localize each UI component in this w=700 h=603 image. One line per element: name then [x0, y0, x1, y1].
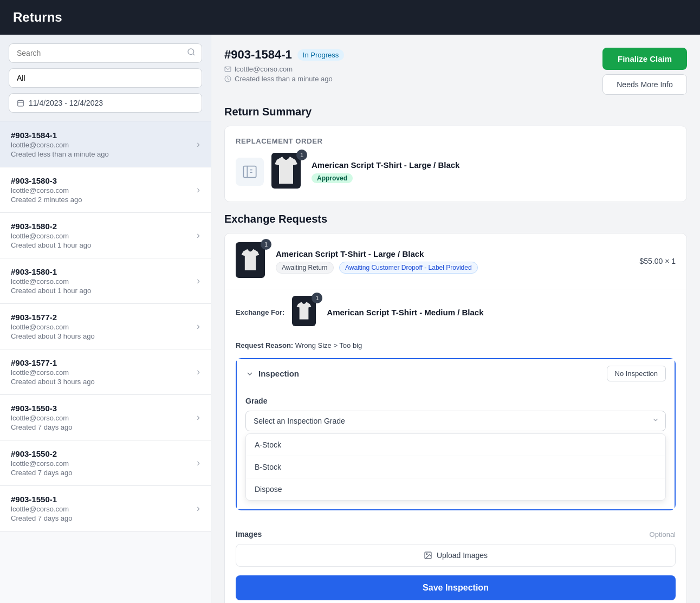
inspection-body: Grade Select an Inspection Grade A-Stock… — [237, 388, 675, 509]
return-summary-title: Return Summary — [224, 106, 687, 118]
upload-images-label: Upload Images — [437, 551, 488, 560]
inspection-section: Inspection No Inspection Grade Select an… — [236, 358, 676, 510]
product-image — [271, 153, 301, 189]
sidebar-filters: All 11/4/2023 - 12/4/2023 — [0, 35, 211, 122]
exchange-quantity-badge: 1 — [261, 239, 271, 250]
main-content: #903-1584-1 In Progress lcottle@corso.co… — [211, 35, 700, 603]
date-range-filter[interactable]: 11/4/2023 - 12/4/2023 — [9, 93, 202, 113]
search-box — [9, 43, 202, 63]
date-range-value: 11/4/2023 - 12/4/2023 — [29, 99, 103, 107]
grade-option-dispose[interactable]: Dispose — [246, 478, 665, 500]
clock-icon — [224, 75, 231, 82]
list-item[interactable]: #903-1580-2 lcottle@corso.com Created ab… — [0, 213, 211, 258]
awaiting-dropoff-tag: Awaiting Customer Dropoff - Label Provid… — [339, 262, 478, 274]
grade-dropdown: A-Stock B-Stock Dispose — [245, 433, 666, 501]
chevron-down-icon — [245, 369, 254, 378]
list-item[interactable]: #903-1550-2 lcottle@corso.com Created 7 … — [0, 440, 211, 486]
chevron-right-icon: › — [197, 139, 200, 150]
app-header: Returns — [0, 0, 700, 35]
needs-more-info-button[interactable]: Needs More Info — [602, 74, 687, 95]
quantity-badge: 1 — [296, 150, 307, 160]
approved-badge: Approved — [312, 173, 353, 183]
grade-label: Grade — [245, 397, 666, 405]
save-inspection-button[interactable]: Save Inspection — [236, 575, 676, 600]
images-section: Images Optional Upload Images — [225, 521, 686, 575]
exchange-item-header: 1 American Script T-Shirt - Large / Blac… — [225, 234, 686, 289]
grade-option-astock[interactable]: A-Stock — [246, 434, 665, 456]
request-reason-row: Request Reason: Wrong Size > Too big — [225, 337, 686, 358]
svg-rect-7 — [243, 166, 256, 178]
claim-actions: Finalize Claim Needs More Info — [602, 48, 687, 95]
images-optional: Optional — [650, 530, 676, 539]
svg-rect-1 — [18, 100, 24, 106]
chevron-right-icon: › — [197, 503, 200, 514]
order-icon — [236, 158, 264, 186]
chevron-right-icon: › — [197, 230, 200, 241]
replacement-product-name: American Script T-Shirt - Large / Black — [312, 160, 459, 170]
request-reason-label: Request Reason: — [236, 341, 293, 349]
main-layout: All 11/4/2023 - 12/4/2023 #903-1584-1 lc… — [0, 35, 700, 603]
grade-select[interactable]: Select an Inspection Grade A-Stock B-Sto… — [245, 411, 666, 431]
app-title: Returns — [13, 10, 62, 25]
list-item[interactable]: #903-1577-2 lcottle@corso.com Created ab… — [0, 304, 211, 349]
list-item[interactable]: #903-1584-1 lcottle@corso.com Created le… — [0, 122, 211, 167]
exchange-product-image — [236, 242, 265, 278]
list-item[interactable]: #903-1550-3 lcottle@corso.com Created 7 … — [0, 395, 211, 440]
list-item[interactable]: #903-1580-3 lcottle@corso.com Created 2 … — [0, 167, 211, 213]
status-badge: In Progress — [297, 49, 344, 61]
claim-id: #903-1584-1 — [224, 48, 292, 62]
claim-created: Created less than a minute ago — [235, 75, 333, 83]
image-icon — [424, 551, 432, 560]
images-header: Images Optional — [236, 530, 676, 539]
exchange-item-name: American Script T-Shirt - Large / Black — [276, 249, 481, 258]
images-label: Images — [236, 530, 262, 539]
search-icon — [187, 48, 196, 59]
request-reason-value: Wrong Size > Too big — [295, 341, 362, 349]
exchange-product-image-wrap: 1 — [236, 242, 268, 280]
grade-option-bstock[interactable]: B-Stock — [246, 456, 665, 478]
exchange-for-label: Exchange For: — [236, 308, 284, 316]
svg-point-0 — [188, 49, 194, 55]
filter-select[interactable]: All — [9, 68, 202, 88]
list-item[interactable]: #903-1577-1 lcottle@corso.com Created ab… — [0, 349, 211, 395]
claim-header: #903-1584-1 In Progress lcottle@corso.co… — [224, 48, 687, 95]
exchange-requests-section: Exchange Requests 1 — [224, 213, 687, 603]
return-summary-card: Replacement Order — [224, 126, 687, 202]
finalize-claim-button[interactable]: Finalize Claim — [602, 48, 687, 70]
exchange-item-price: $55.00 × 1 — [639, 257, 676, 265]
list-item[interactable]: #903-1550-1 lcottle@corso.com Created 7 … — [0, 486, 211, 531]
return-summary-section: Return Summary Replacement Order — [224, 106, 687, 202]
sidebar-list: #903-1584-1 lcottle@corso.com Created le… — [0, 122, 211, 603]
replacement-order-label: Replacement Order — [236, 137, 676, 145]
exchange-requests-title: Exchange Requests — [224, 213, 687, 225]
svg-point-11 — [426, 554, 427, 555]
claim-meta: lcottle@corso.com Created less than a mi… — [224, 65, 344, 83]
inspection-label: Inspection — [258, 369, 299, 378]
sidebar: All 11/4/2023 - 12/4/2023 #903-1584-1 lc… — [0, 35, 211, 603]
calendar-icon — [17, 99, 24, 107]
chevron-right-icon: › — [197, 366, 200, 378]
exchange-for-image-wrap: 1 — [292, 296, 319, 328]
list-item[interactable]: #903-1580-1 lcottle@corso.com Created ab… — [0, 258, 211, 304]
upload-images-button[interactable]: Upload Images — [236, 544, 676, 567]
search-input[interactable] — [9, 43, 202, 63]
replacement-product-row: 1 American Script T-Shirt - Large / Blac… — [236, 153, 676, 191]
exchange-for-product-name: American Script T-Shirt - Medium / Black — [327, 308, 483, 317]
chevron-right-icon: › — [197, 321, 200, 332]
chevron-right-icon: › — [197, 457, 200, 469]
exchange-card: 1 American Script T-Shirt - Large / Blac… — [224, 233, 687, 603]
chevron-right-icon: › — [197, 275, 200, 287]
inspection-header[interactable]: Inspection No Inspection — [237, 359, 675, 388]
claim-email: lcottle@corso.com — [235, 65, 293, 73]
email-icon — [224, 66, 231, 73]
grade-select-wrap: Select an Inspection Grade A-Stock B-Sto… — [245, 411, 666, 431]
awaiting-return-tag: Awaiting Return — [276, 262, 334, 274]
no-inspection-button[interactable]: No Inspection — [607, 366, 666, 381]
exchange-for-quantity-badge: 1 — [312, 293, 322, 303]
product-image-wrap: 1 — [271, 153, 304, 191]
chevron-right-icon: › — [197, 412, 200, 423]
exchange-for-row: Exchange For: 1 American Script T-Shirt … — [225, 289, 686, 337]
chevron-right-icon: › — [197, 184, 200, 196]
